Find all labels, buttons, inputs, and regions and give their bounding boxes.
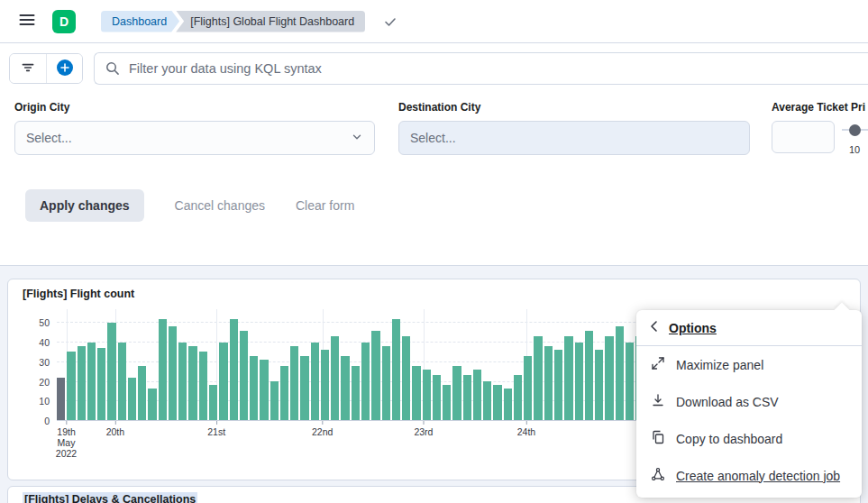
bar[interactable] (219, 343, 227, 420)
y-tick-label: 20 (39, 377, 50, 388)
bar[interactable] (311, 343, 319, 420)
kql-search-input[interactable] (94, 52, 868, 85)
bar[interactable] (392, 319, 400, 420)
bar[interactable] (626, 343, 634, 420)
controls-actions: Apply changes Cancel changes Clear form (25, 189, 868, 222)
bar[interactable] (87, 343, 96, 420)
bar[interactable] (595, 350, 603, 420)
bar[interactable] (564, 336, 572, 420)
price-min-input[interactable] (772, 121, 835, 153)
bar[interactable] (138, 366, 146, 420)
bar[interactable] (188, 346, 196, 420)
y-axis: 01020304050 (8, 309, 57, 421)
bar[interactable] (616, 326, 624, 420)
bar[interactable] (361, 343, 370, 420)
bar[interactable] (67, 352, 75, 420)
bar[interactable] (534, 336, 542, 420)
bar[interactable] (605, 336, 613, 420)
breadcrumb: Dashboard [Flights] Global Flight Dashbo… (101, 11, 365, 32)
origin-city-placeholder: Select... (26, 131, 72, 145)
range-slider-label: 10 (849, 144, 861, 155)
menu-item-download-csv[interactable]: Download as CSV (636, 383, 862, 420)
x-tick-label: 22nd (312, 421, 333, 437)
bar[interactable] (260, 360, 268, 420)
bar[interactable] (290, 346, 298, 420)
bar[interactable] (585, 331, 593, 420)
check-icon[interactable] (383, 14, 397, 29)
bar[interactable] (575, 343, 583, 420)
bar[interactable] (250, 356, 258, 420)
bar[interactable] (300, 356, 308, 420)
bar[interactable] (402, 336, 410, 420)
bar[interactable] (423, 370, 431, 420)
apply-changes-button[interactable]: Apply changes (25, 189, 144, 222)
y-tick-label: 10 (39, 396, 50, 407)
chevron-left-icon (647, 319, 662, 337)
bar[interactable] (382, 346, 390, 420)
bar[interactable] (178, 343, 187, 420)
filter-menu-button[interactable] (10, 54, 46, 83)
cancel-changes-button[interactable]: Cancel changes (175, 198, 265, 213)
menu-item-maximize-panel[interactable]: Maximize panel (636, 346, 862, 383)
x-tick-label: 19thMay2022 (56, 421, 77, 459)
bar[interactable] (504, 389, 512, 420)
bar[interactable] (514, 375, 522, 420)
bar[interactable] (97, 348, 105, 420)
clear-form-button[interactable]: Clear form (296, 198, 354, 213)
average-ticket-price-control: Average Ticket Pri 10 (772, 101, 868, 155)
bar[interactable] (443, 385, 451, 420)
bar[interactable] (463, 375, 471, 420)
x-tick-label: 24th (517, 421, 535, 437)
bar[interactable] (341, 356, 349, 420)
bar[interactable] (452, 366, 461, 420)
dashboard-controls: Origin City Select... Destination City S… (0, 101, 868, 173)
bar[interactable] (371, 331, 379, 420)
bar[interactable] (107, 323, 115, 420)
bar[interactable] (199, 352, 207, 420)
bar[interactable] (524, 356, 532, 420)
options-menu-header[interactable]: Options (636, 310, 862, 346)
flight-count-panel-title[interactable]: [Flights] Flight count (8, 279, 860, 300)
origin-city-select[interactable]: Select... (14, 121, 375, 155)
menu-item-label: Create anomaly detection job (676, 469, 840, 483)
bar[interactable] (230, 319, 238, 420)
bar[interactable] (128, 378, 136, 420)
bar[interactable] (209, 385, 217, 420)
bar[interactable] (544, 346, 553, 420)
menu-item-copy-to-dashboard[interactable]: Copy to dashboard (636, 420, 862, 457)
bar[interactable] (493, 385, 501, 420)
ml-icon (651, 467, 665, 484)
bar[interactable] (148, 389, 156, 420)
bar[interactable] (331, 336, 339, 420)
menu-item-label: Copy to dashboard (676, 432, 782, 446)
bar[interactable] (473, 370, 481, 420)
bar[interactable] (483, 381, 491, 420)
bar[interactable] (57, 378, 65, 420)
bar[interactable] (270, 381, 279, 420)
bar[interactable] (412, 366, 420, 420)
breadcrumb-dashboard[interactable]: Dashboard (101, 11, 179, 32)
breadcrumb-current-dashboard[interactable]: [Flights] Global Flight Dashboard (176, 11, 365, 32)
bar[interactable] (321, 350, 329, 420)
menu-item-create-anomaly-job[interactable]: Create anomaly detection job (636, 457, 862, 494)
destination-city-select[interactable]: Select... (398, 121, 750, 155)
bar[interactable] (240, 331, 248, 420)
filters-section: Origin City Select... Destination City S… (0, 43, 868, 266)
range-slider-thumb[interactable] (849, 124, 861, 136)
filter-lines-icon (20, 59, 36, 78)
hamburger-icon (18, 11, 36, 32)
origin-city-label: Origin City (14, 101, 375, 114)
bar[interactable] (118, 343, 126, 420)
bar[interactable] (169, 326, 177, 420)
menu-button[interactable] (14, 9, 40, 34)
menu-item-label: Download as CSV (676, 395, 779, 409)
space-avatar[interactable]: D (52, 10, 76, 33)
bar[interactable] (280, 366, 288, 420)
bar[interactable] (433, 375, 441, 420)
bar[interactable] (554, 350, 562, 420)
bar[interactable] (78, 346, 86, 420)
bar[interactable] (159, 319, 167, 420)
y-tick-label: 0 (44, 416, 50, 426)
add-filter-button[interactable] (46, 54, 82, 83)
bar[interactable] (352, 366, 360, 420)
